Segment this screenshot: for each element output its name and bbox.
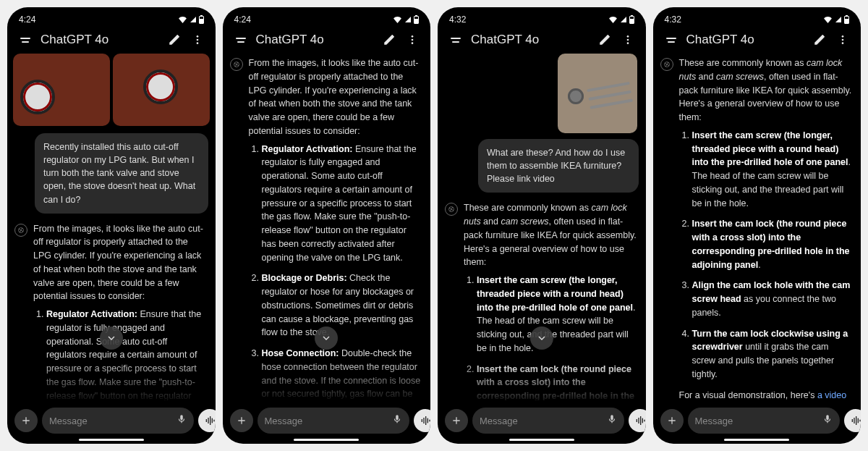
menu-icon[interactable] [17,32,33,48]
app-title[interactable]: ChatGPT 4o [41,33,159,47]
scroll-down-button[interactable] [530,326,553,350]
assistant-text: From the images, it looks like the auto … [249,56,422,400]
voice-button[interactable] [414,409,431,432]
user-message[interactable]: What are these? And how do I use them to… [478,139,639,193]
chat-content[interactable]: Recently installed this auto cut-off reg… [13,54,210,403]
status-time: 4:32 [665,14,681,25]
svg-rect-32 [854,418,854,423]
menu-icon[interactable] [663,32,679,48]
list-item: Blockage or Debris: Check the regulator … [262,271,422,340]
status-bar: 4:24 [13,13,210,28]
message-input-wrap[interactable] [42,408,194,434]
svg-point-2 [196,42,198,44]
svg-rect-6 [210,416,210,425]
message-input[interactable] [265,416,386,426]
chat-content[interactable]: What are these? And how do I use them to… [443,54,640,403]
message-input[interactable] [695,416,817,426]
svg-rect-15 [425,416,426,425]
svg-rect-7 [212,418,213,423]
more-icon[interactable] [190,32,205,48]
svg-rect-35 [859,420,860,422]
message-input-wrap[interactable] [472,408,624,434]
message-input[interactable] [480,416,601,426]
phone-screen-4: 4:32 ChatGPT 4o These are commonly known… [653,7,861,444]
voice-button[interactable] [198,409,216,432]
mic-icon[interactable] [822,414,833,427]
svg-point-0 [196,35,198,38]
chat-content[interactable]: These are commonly known as cam lock nut… [659,54,856,403]
user-images[interactable] [13,54,210,130]
new-chat-icon[interactable] [812,32,827,48]
svg-point-19 [626,39,629,41]
home-indicator[interactable] [79,439,144,441]
add-button[interactable] [445,409,468,432]
svg-rect-22 [637,419,637,422]
status-icons [178,16,204,24]
new-chat-icon[interactable] [166,32,182,48]
menu-icon[interactable] [448,32,464,48]
more-icon[interactable] [835,32,851,48]
app-header: ChatGPT 4o [443,28,640,54]
status-icons [823,16,849,24]
phone-screen-2: 4:24 ChatGPT 4o From the images, it look… [223,7,431,444]
more-icon[interactable] [404,32,420,48]
mic-icon[interactable] [176,414,187,427]
battery-icon [414,16,419,24]
status-bar: 4:32 [443,13,640,28]
new-chat-icon[interactable] [597,32,613,48]
svg-rect-14 [423,418,424,423]
list-item: Insert the cam lock (the round piece wit… [692,217,853,271]
app-header: ChatGPT 4o [659,28,856,54]
app-title[interactable]: ChatGPT 4o [686,33,805,47]
status-icons [393,16,419,24]
status-time: 4:24 [234,14,251,25]
status-time: 4:32 [449,14,466,25]
add-button[interactable] [230,409,253,432]
user-images[interactable] [443,54,640,136]
list-item: Insert the cam screw (the longer, thread… [692,129,853,211]
image-thumb[interactable] [13,54,110,126]
mic-icon[interactable] [392,414,402,427]
voice-button[interactable] [844,409,861,432]
wifi-icon [823,16,833,23]
voice-button[interactable] [629,409,646,432]
user-message[interactable]: Recently installed this auto cut-off reg… [35,133,208,214]
home-indicator[interactable] [724,439,789,441]
mic-icon[interactable] [607,414,617,427]
svg-rect-33 [856,416,856,425]
input-bar [13,403,210,437]
new-chat-icon[interactable] [381,32,397,48]
steps-list: Insert the cam screw (the longer, thread… [679,129,853,382]
svg-rect-5 [208,418,208,423]
svg-point-10 [412,39,414,41]
home-indicator[interactable] [294,439,359,441]
wifi-icon [393,16,402,23]
signal-icon [835,17,841,22]
assistant-text: These are commonly known as cam lock nut… [464,201,637,400]
image-thumb[interactable] [113,54,210,126]
app-title[interactable]: ChatGPT 4o [256,33,375,47]
menu-icon[interactable] [233,32,249,48]
scroll-down-button[interactable] [100,326,123,350]
chat-content[interactable]: From the images, it looks like the auto … [229,54,425,403]
svg-rect-13 [421,419,422,422]
svg-point-1 [196,39,198,41]
message-input-wrap[interactable] [688,408,840,434]
battery-icon [199,16,204,24]
more-icon[interactable] [620,32,636,48]
home-indicator[interactable] [509,439,574,441]
message-input-wrap[interactable] [258,408,409,434]
add-button[interactable] [660,409,684,432]
status-time: 4:24 [19,14,35,25]
app-header: ChatGPT 4o [13,28,210,54]
scroll-down-button[interactable] [315,326,338,350]
list-item: Turn the cam lock clockwise using a scre… [692,327,853,382]
signal-icon [621,17,626,22]
image-thumb[interactable] [558,54,637,133]
assistant-avatar-icon [445,203,458,216]
add-button[interactable] [14,409,38,432]
signal-icon [190,17,196,22]
app-title[interactable]: ChatGPT 4o [471,33,590,47]
message-input[interactable] [49,416,171,426]
steps-list: Regulator Activation: Ensure that the re… [249,143,422,401]
